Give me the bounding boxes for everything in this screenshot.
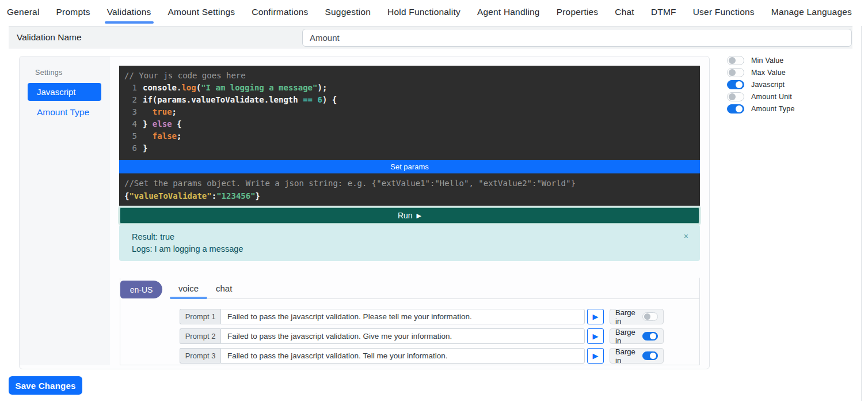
code-token-plain: } [143, 119, 153, 128]
prompt-row-1: Prompt 1 ▶ Barge in [180, 309, 664, 324]
settings-sidebar: Settings Javascript Amount Type [20, 56, 110, 365]
barge-in-2-toggle[interactable] [642, 332, 658, 341]
code-token-plain: ( [196, 83, 201, 92]
validation-card: Settings Javascript Amount Type // Your … [19, 56, 710, 369]
barge-in-1-toggle[interactable] [642, 312, 658, 321]
tab-voice[interactable]: voice [170, 278, 207, 298]
run-label: Run [398, 211, 413, 220]
code-token-plain [143, 131, 153, 141]
sidebar-item-javascript[interactable]: Javascript [28, 83, 101, 101]
amount-type-label: Amount Type [751, 105, 795, 113]
amount-unit-toggle[interactable] [727, 92, 744, 101]
max-value-label: Max Value [751, 69, 786, 77]
language-pill[interactable]: en-US [120, 281, 162, 298]
close-icon[interactable]: × [684, 230, 688, 243]
code-token-plain: } [143, 143, 147, 153]
option-amount-unit: Amount Unit [727, 92, 795, 101]
amount-unit-label: Amount Unit [751, 93, 792, 101]
max-value-toggle[interactable] [727, 68, 744, 77]
code-line: {"valueToValidate":"123456"} [124, 190, 695, 202]
code-token-op: == [303, 95, 313, 104]
top-nav: General Prompts Validations Amount Setti… [0, 0, 868, 24]
nav-dtmf[interactable]: DTMF [651, 0, 676, 24]
channel-tabs: voice chat [170, 278, 699, 299]
code-line: 4} else { [124, 118, 695, 130]
nav-general[interactable]: General [7, 0, 40, 24]
barge-in-3-toggle[interactable] [642, 351, 658, 360]
barge-in-3-label: Barge in [615, 347, 637, 365]
run-play-icon: ▶ [417, 212, 421, 220]
line-number: 5 [124, 130, 137, 142]
barge-in-3[interactable]: Barge in [610, 348, 664, 364]
min-value-toggle[interactable] [727, 56, 744, 65]
set-params-button[interactable]: Set params [119, 160, 700, 173]
code-token-plain [143, 107, 153, 116]
validation-name-label: Validation Name [17, 27, 82, 48]
save-changes-button[interactable]: Save Changes [9, 376, 82, 395]
javascript-label: Javascript [751, 81, 785, 89]
code-line: 2if(params.valueToValidate.length == 6) … [124, 94, 695, 106]
line-number: 6 [124, 142, 137, 154]
option-javascript: Javascript [727, 80, 795, 89]
option-min-value: Min Value [727, 56, 795, 65]
line-number: 4 [124, 118, 137, 130]
prompt-1-input[interactable] [220, 309, 585, 324]
code-token-plain: ; [172, 107, 177, 116]
amount-type-toggle[interactable] [727, 104, 744, 114]
result-text: Result: true [132, 231, 687, 243]
nav-hold-functionality[interactable]: Hold Functionality [387, 0, 460, 24]
nav-chat[interactable]: Chat [615, 0, 634, 24]
prompt-3-input[interactable] [220, 348, 585, 364]
nav-confirmations[interactable]: Confirmations [252, 0, 308, 24]
js-code-editor[interactable]: // Your js code goes here 1console.log("… [119, 66, 700, 160]
params-editor[interactable]: //Set the params object. Write a json st… [119, 173, 700, 206]
run-button[interactable]: Run ▶ [120, 207, 699, 224]
barge-in-2-label: Barge in [615, 328, 637, 345]
prompt-row-2: Prompt 2 ▶ Barge in [180, 328, 664, 344]
play-icon[interactable]: ▶ [587, 328, 604, 344]
play-icon[interactable]: ▶ [587, 309, 604, 324]
code-token-bool: false [153, 131, 177, 141]
nav-amount-settings[interactable]: Amount Settings [168, 0, 235, 24]
code-token-str: "123456" [216, 191, 255, 200]
code-token-plain: console. [143, 83, 181, 92]
settings-heading: Settings [35, 69, 63, 77]
nav-validations[interactable]: Validations [107, 0, 151, 24]
validation-name-input[interactable] [302, 29, 852, 47]
nav-manage-languages[interactable]: Manage Languages [771, 0, 852, 24]
params-json-line: {"valueToValidate":"123456"} [124, 190, 695, 202]
prompt-row-3: Prompt 3 ▶ Barge in [180, 348, 664, 364]
barge-in-1[interactable]: Barge in [610, 309, 664, 324]
sidebar-item-amount-type[interactable]: Amount Type [37, 107, 89, 118]
line-number: 2 [124, 94, 137, 106]
validation-editor-screen: General Prompts Validations Amount Setti… [0, 0, 868, 401]
nav-agent-handling[interactable]: Agent Handling [477, 0, 540, 24]
play-icon[interactable]: ▶ [587, 348, 604, 364]
code-line: 6} [124, 142, 695, 154]
line-number: 1 [124, 82, 137, 94]
barge-in-1-label: Barge in [615, 308, 637, 326]
params-placeholder-comment: //Set the params object. Write a json st… [124, 177, 695, 190]
code-token-plain: } [256, 191, 260, 200]
prompt-2-input[interactable] [220, 328, 585, 344]
code-token-func: log [181, 83, 196, 92]
code-token-kw: else [153, 119, 172, 128]
tab-chat[interactable]: chat [207, 278, 241, 298]
line-number: 3 [124, 106, 137, 118]
option-amount-type: Amount Type [727, 104, 795, 114]
barge-in-2[interactable]: Barge in [610, 328, 664, 344]
option-max-value: Max Value [727, 68, 795, 77]
prompt-2-label: Prompt 2 [180, 328, 220, 344]
nav-user-functions[interactable]: User Functions [693, 0, 755, 24]
nav-suggestion[interactable]: Suggestion [325, 0, 371, 24]
validation-name-row: Validation Name [9, 26, 852, 48]
code-token-plain: ); [317, 83, 327, 92]
code-token-str: "I am logging a message" [201, 83, 317, 92]
javascript-toggle[interactable] [727, 80, 744, 89]
nav-properties[interactable]: Properties [557, 0, 599, 24]
nav-prompts[interactable]: Prompts [56, 0, 90, 24]
code-token-plain: if(params.valueToValidate.length [143, 95, 303, 104]
prompt-3-label: Prompt 3 [180, 348, 220, 364]
code-token-plain: { [172, 119, 182, 128]
validation-type-options: Min Value Max Value Javascript Amount Un… [727, 56, 795, 116]
